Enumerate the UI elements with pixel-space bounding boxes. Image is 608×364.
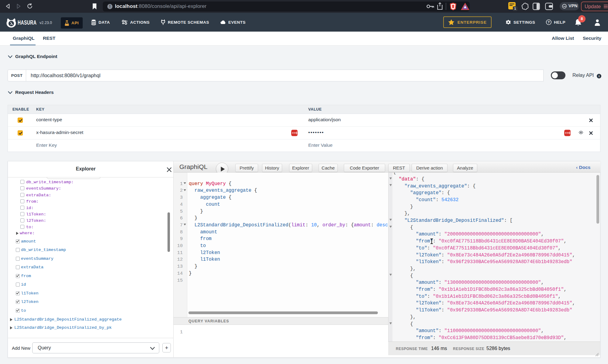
svg-text:?: ? — [548, 20, 550, 24]
